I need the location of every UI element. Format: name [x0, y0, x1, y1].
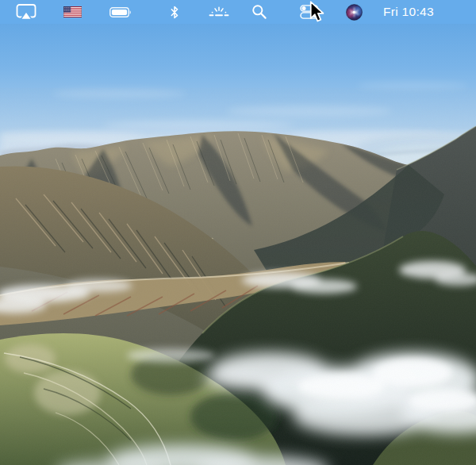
menu-item-battery[interactable]: [109, 2, 132, 22]
battery-icon: [109, 7, 132, 17]
menu-item-input-source[interactable]: [63, 2, 82, 22]
menu-item-siri[interactable]: [346, 2, 363, 22]
menu-item-spotlight[interactable]: [251, 2, 267, 22]
control-center-icon: [300, 5, 319, 19]
menu-bar-clock[interactable]: Fri 10:43: [383, 5, 434, 19]
bluetooth-icon: [170, 6, 179, 19]
screen-mirroring-icon: [16, 3, 36, 21]
menu-item-bluetooth[interactable]: [170, 2, 179, 22]
menu-item-keyboard-brightness[interactable]: [209, 2, 229, 22]
menu-item-screen-mirroring[interactable]: [16, 2, 36, 22]
menu-bar: Fri 10:43: [0, 0, 476, 24]
siri-icon: [346, 4, 363, 21]
grain-texture: [0, 123, 476, 465]
menu-item-control-center[interactable]: [300, 2, 319, 22]
keyboard-brightness-icon: [209, 6, 229, 18]
us-flag-icon: [63, 6, 82, 17]
search-icon: [251, 4, 267, 20]
desktop-wallpaper: [0, 0, 476, 465]
